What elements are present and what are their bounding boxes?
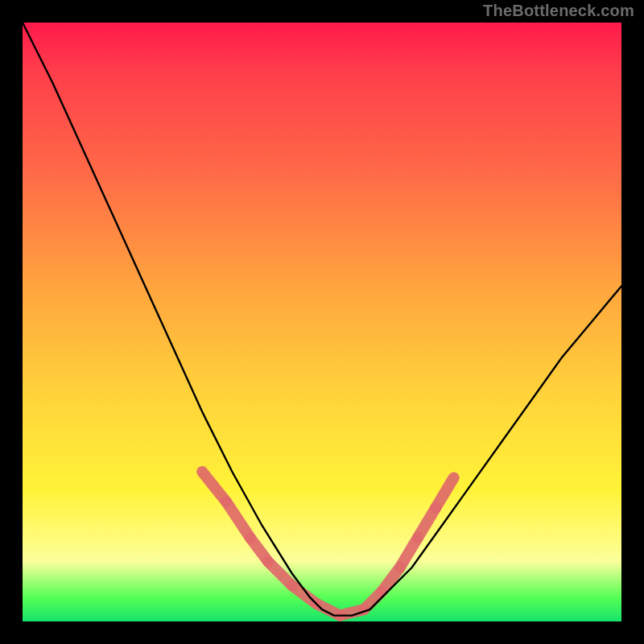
highlight-segments [202,472,453,616]
bottleneck-curve-svg [23,23,621,621]
chart-frame: TheBottleneck.com [0,0,644,644]
watermark-text: TheBottleneck.com [483,2,634,20]
highlight-segment [226,502,250,538]
highlight-segment [202,472,226,502]
main-curve [23,23,621,616]
highlight-segment [436,477,453,507]
plot-area [23,23,621,621]
